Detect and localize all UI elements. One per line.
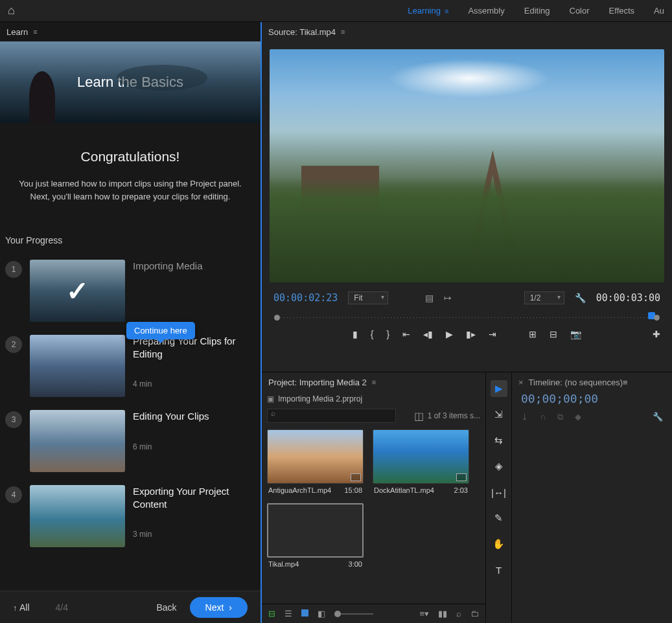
timeline-panel-menu-icon[interactable]: ≡ (623, 378, 628, 387)
sort-icon[interactable]: ≡▾ (419, 609, 429, 618)
lesson-number: 4 (5, 486, 22, 503)
project-search-input[interactable] (267, 409, 396, 423)
search-icon: ⌕ (271, 409, 275, 418)
zoom-fit-dropdown[interactable]: Fit (348, 291, 388, 304)
list-view-icon[interactable]: ☰ (284, 609, 292, 618)
playhead-timecode[interactable]: 00:00:02:23 (273, 292, 338, 304)
tools-panel: ▶ ⇲ ⇆ ◈ |↔| ✎ ✋ T (486, 372, 512, 623)
timeline-timecode[interactable]: 00;00;00;00 (512, 392, 672, 405)
lesson-item[interactable]: 4 Exporting Your Project Content 3 min (0, 479, 261, 554)
pen-tool-icon[interactable]: ✎ (491, 510, 507, 527)
bin-icon: ▣ (267, 394, 274, 403)
workspace-color[interactable]: Color (570, 6, 590, 16)
lesson-duration: 4 min (133, 379, 255, 389)
snap-icon[interactable]: ∩ (540, 412, 546, 422)
clip-duration: 15:08 (344, 486, 362, 494)
timeline-panel-header: × Timeline: (no sequences)≡ (512, 372, 672, 392)
project-panel-header: Project: Importing Media 2≡ (262, 372, 485, 392)
lesson-item[interactable]: 1 Importing Media (0, 253, 261, 328)
lesson-number: 3 (5, 411, 22, 428)
lesson-thumbnail (30, 410, 125, 472)
lesson-count: 4/4 (56, 602, 68, 613)
workspace-assembly[interactable]: Assembly (468, 6, 504, 16)
lock-icon[interactable]: ⊟ (268, 609, 275, 618)
track-select-tool-icon[interactable]: ⇲ (491, 406, 507, 423)
lesson-duration: 6 min (133, 442, 255, 451)
project-item[interactable]: AntiguaArchTL.mp415:08 (267, 429, 364, 494)
project-item[interactable]: Tikal.mp43:00 (267, 503, 364, 568)
linked-selection-icon[interactable]: ⧉ (557, 412, 563, 422)
learn-hero: Learn the Basics (0, 41, 261, 123)
lesson-thumbnail (30, 335, 125, 397)
workspace-tabs: Learning≡ Assembly Editing Color Effects… (408, 6, 664, 16)
lesson-item[interactable]: 3 Editing Your Clips 6 min (0, 403, 261, 479)
play-icon[interactable]: ▶ (446, 329, 453, 339)
project-item[interactable]: DockAtitlanTL.mp42:03 (373, 429, 469, 494)
lesson-title: Exporting Your Project Content (133, 485, 255, 510)
project-filename: Importing Media 2.prproj (278, 394, 362, 403)
resolution-dropdown[interactable]: 1/2 (524, 291, 564, 304)
ripple-edit-tool-icon[interactable]: ⇆ (491, 432, 507, 449)
video-badge-icon (351, 473, 361, 481)
scrubber[interactable] (272, 312, 662, 323)
lesson-item[interactable]: Continue here 2 Preparing Your Clips for… (0, 328, 261, 403)
wrench-icon[interactable]: 🔧 (653, 412, 663, 422)
icon-view-icon[interactable] (301, 609, 308, 618)
insert-icon[interactable]: ⊞ (529, 329, 537, 339)
automate-icon[interactable]: ▮▮ (438, 609, 447, 618)
add-button-icon[interactable]: ✚ (653, 329, 660, 339)
continue-here-tooltip: Continue here (126, 322, 195, 339)
in-out-icon[interactable]: ↦ (444, 293, 452, 303)
lesson-number: 1 (5, 261, 22, 278)
chevron-right-icon: › (229, 602, 232, 613)
mark-out-icon[interactable]: } (387, 329, 390, 339)
export-frame-icon[interactable]: 📷 (570, 329, 581, 339)
project-panel-menu-icon[interactable]: ≡ (372, 378, 376, 386)
marker-icon[interactable]: ▮ (353, 329, 358, 339)
back-button[interactable]: Back (156, 602, 176, 613)
learn-panel-menu-icon[interactable]: ≡ (33, 28, 37, 36)
progress-heading: Your Progress (0, 216, 261, 253)
overwrite-icon[interactable]: ⊟ (550, 329, 557, 339)
source-panel-menu-icon[interactable]: ≡ (341, 28, 345, 36)
clip-name: Tikal.mp4 (268, 560, 299, 568)
step-back-icon[interactable]: ◂▮ (423, 329, 433, 339)
all-button[interactable]: ↑All (13, 602, 30, 613)
thumbnail-size-slider[interactable] (334, 613, 373, 615)
mark-in-icon[interactable]: { (371, 329, 374, 339)
next-button[interactable]: Next› (190, 597, 248, 618)
marker-icon[interactable]: ◆ (575, 412, 581, 422)
clip-duration: 2:03 (454, 486, 468, 494)
lesson-number: 2 (5, 336, 22, 353)
transport-controls: ▮ { } ⇤ ◂▮ ▶ ▮▸ ⇥ ⊞ ⊟ 📷 ✚ (262, 325, 672, 346)
type-tool-icon[interactable]: T (491, 561, 507, 578)
freeform-view-icon[interactable]: ◧ (318, 609, 325, 618)
go-to-in-icon[interactable]: ⇤ (402, 329, 410, 339)
new-bin-icon[interactable]: 🗀 (470, 609, 479, 618)
workspace-effects[interactable]: Effects (609, 6, 635, 16)
step-forward-icon[interactable]: ▮▸ (466, 329, 476, 339)
hand-tool-icon[interactable]: ✋ (491, 536, 507, 552)
insert-mode-icon[interactable]: ⤓ (521, 412, 528, 422)
safe-margins-icon[interactable]: ▤ (425, 293, 434, 303)
go-to-out-icon[interactable]: ⇥ (489, 329, 496, 339)
selection-tool-icon[interactable]: ▶ (491, 380, 507, 397)
slip-tool-icon[interactable]: |↔| (491, 484, 507, 501)
arrow-up-icon: ↑ (13, 604, 17, 613)
close-icon[interactable]: × (518, 378, 524, 387)
workspace-learning[interactable]: Learning≡ (408, 6, 448, 16)
workspace-audio[interactable]: Au (654, 6, 664, 16)
home-icon[interactable]: ⌂ (8, 4, 15, 17)
find-icon[interactable]: ⌕ (456, 609, 461, 618)
workspace-editing[interactable]: Editing (524, 6, 550, 16)
filter-bin-icon[interactable]: ◫ (414, 410, 424, 422)
source-preview[interactable] (270, 49, 664, 282)
razor-tool-icon[interactable]: ◈ (491, 458, 507, 475)
video-badge-icon (456, 473, 467, 481)
lesson-title: Importing Media (133, 260, 255, 273)
settings-icon[interactable]: 🔧 (575, 293, 586, 303)
workspace-menu-icon[interactable]: ≡ (445, 7, 448, 15)
duration-timecode: 00:00:03:00 (596, 292, 660, 304)
clip-duration: 3:00 (349, 560, 362, 568)
lesson-title: Editing Your Clips (133, 410, 255, 423)
